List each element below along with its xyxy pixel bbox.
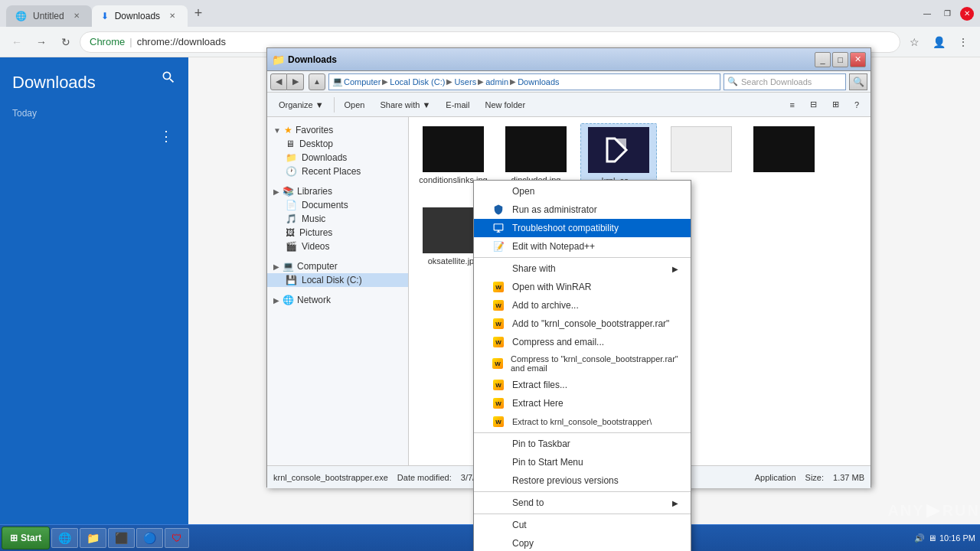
bookmarks-star-icon[interactable]: ☆ [903,31,925,53]
help-btn[interactable]: ? [848,96,866,114]
tab-untitled[interactable]: 🌐 Untitled ✕ [6,5,92,27]
bc-users[interactable]: Users [454,77,476,86]
ctx-extract-here-label: Extract Here [512,398,564,409]
ctx-open[interactable]: Open [474,182,691,201]
breadcrumb-nav[interactable]: 💻 Computer ▶ Local Disk (C:) ▶ Users ▶ a… [328,73,720,90]
winrar-icon-8: W [492,416,505,428]
nav-videos[interactable]: 🎬 Videos [267,240,408,253]
nav-pictures[interactable]: 🖼 Pictures [267,226,408,240]
close-button[interactable]: ✕ [960,7,974,21]
organize-label: Organize [279,100,313,109]
recent-places-icon: 🕐 [286,166,297,177]
tab-downloads-close[interactable]: ✕ [166,10,178,22]
nav-local-disk[interactable]: 💾 Local Disk (C:) [267,273,408,287]
explorer-forward-btn[interactable]: ▶ [287,73,304,90]
ctx-add-rar[interactable]: W Add to "krnl_console_bootstrapper.rar" [474,315,691,333]
favorites-header[interactable]: ▼ ★ Favorites [267,123,408,137]
network-icon[interactable]: 🖥 [928,533,936,543]
ctx-extract-to[interactable]: W Extract to krnl_console_bootstrapper\ [474,412,691,431]
explorer-maximize-btn[interactable]: □ [832,52,848,67]
tab-untitled-close[interactable]: ✕ [70,10,83,22]
ctx-run-as-admin[interactable]: Run as administrator [474,201,691,219]
explorer-up-btn[interactable]: ▲ [309,73,325,90]
libraries-section: ▶ 📚 Libraries 📄 Documents 🎵 Music 🖼 Pict… [267,181,408,256]
maximize-button[interactable]: ❐ [940,7,954,21]
favorites-section: ▼ ★ Favorites 🖥 Desktop 📁 Downloads 🕐 Re… [267,120,408,181]
ctx-send-to[interactable]: Send to ▶ [474,494,691,512]
more-menu-icon[interactable]: ⋮ [952,31,974,53]
nav-desktop[interactable]: 🖥 Desktop [267,137,408,151]
taskbar-item-cmd[interactable]: ⬛ [108,528,135,548]
nav-recent-places[interactable]: 🕐 Recent Places [267,165,408,178]
winrar-icon-7: W [492,397,505,409]
notepad-icon: 📝 [492,240,505,253]
bc-downloads[interactable]: Downloads [518,77,559,86]
open-button[interactable]: Open [338,96,372,114]
ctx-separator-3 [474,491,691,492]
favorites-star-icon: ★ [284,125,292,135]
taskbar-item-folder[interactable]: 📁 [80,528,106,548]
email-button[interactable]: E-mail [439,96,476,114]
ctx-copy-label: Copy [512,538,534,549]
bc-computer[interactable]: 💻 Computer [332,77,381,86]
downloads-search-icon[interactable] [161,70,176,88]
explorer-back-btn[interactable]: ◀ [270,73,287,90]
organize-button[interactable]: Organize ▼ [272,96,331,114]
nav-downloads[interactable]: 📁 Downloads [267,151,408,165]
back-button[interactable]: ← [6,31,28,53]
forward-button[interactable]: → [31,31,52,53]
bc-localdisk[interactable]: Local Disk (C:) [390,77,445,86]
ctx-pin-start-label: Pin to Start Menu [512,457,583,468]
status-type: Application [755,473,796,482]
ctx-extract-files[interactable]: W Extract files... [474,376,691,394]
view-list-btn[interactable]: ≡ [782,96,801,114]
bc-admin[interactable]: admin [485,77,508,86]
explorer-search-btn[interactable]: 🔍 [849,73,867,90]
explorer-minimize-btn[interactable]: _ [815,52,831,67]
taskbar-item-ie[interactable]: 🌐 [51,528,78,548]
ctx-separator-1 [474,257,691,258]
ctx-pin-taskbar[interactable]: Pin to Taskbar [474,435,691,453]
tab-downloads[interactable]: ⬇ Downloads ✕ [92,5,188,27]
ctx-copy[interactable]: Copy [474,534,691,551]
ctx-restore-versions[interactable]: Restore previous versions [474,471,691,490]
ctx-cut[interactable]: Cut [474,516,691,534]
file-item[interactable] [746,123,822,198]
ctx-add-archive[interactable]: W Add to archive... [474,296,691,315]
winrar-icon-5: W [492,357,503,370]
minimize-button[interactable]: — [920,7,934,21]
ctx-pin-start[interactable]: Pin to Start Menu [474,453,691,471]
network-arrow-icon: ▶ [273,296,279,305]
ctx-extract-here[interactable]: W Extract Here [474,394,691,412]
nav-music[interactable]: 🎵 Music [267,212,408,226]
ctx-troubleshoot[interactable]: Troubleshoot compatibility [474,219,691,237]
start-button[interactable]: ⊞ Start [2,527,50,549]
new-tab-button[interactable]: + [188,3,209,24]
explorer-close-btn[interactable]: ✕ [850,52,866,67]
explorer-search-box[interactable]: 🔍 Search Downloads [724,73,846,90]
ctx-separator-4 [474,514,691,514]
ctx-share-with[interactable]: Share with ▶ [474,259,691,278]
taskbar-item-security[interactable]: 🛡 [165,528,189,548]
libraries-header[interactable]: ▶ 📚 Libraries [267,184,408,198]
ctx-edit-notepad[interactable]: 📝 Edit with Notepad++ [474,237,691,256]
volume-icon[interactable]: 🔊 [914,533,925,543]
new-folder-button[interactable]: New folder [479,96,533,114]
winrar-icon: W [492,281,505,293]
refresh-button[interactable]: ↻ [55,31,77,53]
ctx-compress-email[interactable]: W Compress and email... [474,333,691,351]
computer-header[interactable]: ▶ 💻 Computer [267,259,408,273]
share-with-button[interactable]: Share with ▼ [373,96,437,114]
taskbar-item-chrome[interactable]: 🔵 [136,528,163,548]
view-details-btn[interactable]: ⊟ [803,96,824,114]
downloads-more-icon[interactable]: ⋮ [156,125,176,148]
network-header[interactable]: ▶ 🌐 Network [267,293,408,307]
profile-icon[interactable]: 👤 [928,31,949,53]
view-icons-btn[interactable]: ⊞ [825,96,846,114]
ctx-compress-rar-email[interactable]: W Compress to "krnl_console_bootstrapper… [474,351,691,376]
pin-start-icon [492,456,505,468]
nav-documents[interactable]: 📄 Documents [267,198,408,212]
ctx-open-winrar[interactable]: W Open with WinRAR [474,278,691,296]
ctx-compress-email-label: Compress and email... [512,337,604,347]
nav-videos-label: Videos [302,241,329,252]
